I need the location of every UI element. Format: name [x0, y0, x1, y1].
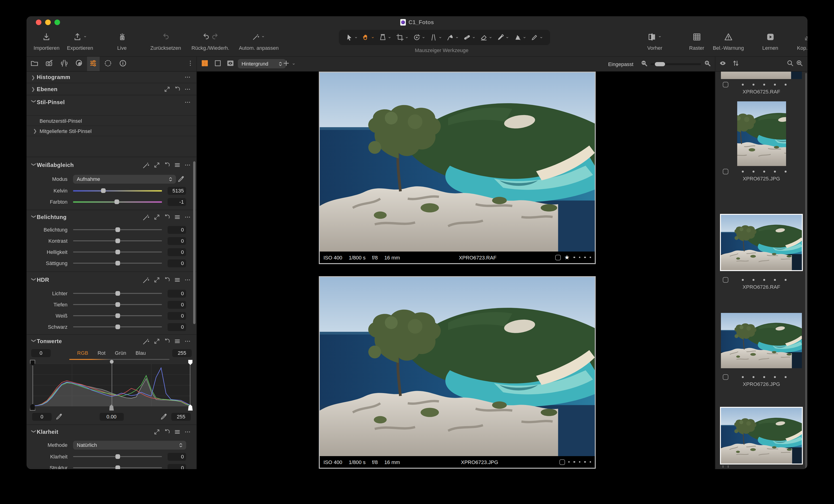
levels-output-low[interactable]: 0 [32, 413, 52, 420]
slider-track[interactable] [73, 263, 162, 264]
slider-track[interactable] [73, 201, 162, 203]
tab-library[interactable] [30, 59, 39, 69]
more-icon[interactable] [184, 277, 191, 283]
levels-input-high[interactable]: 255 [172, 349, 192, 357]
before-after-button[interactable]: Vorher [648, 29, 662, 51]
loupe-tool[interactable] [379, 33, 392, 41]
sort-icon[interactable] [732, 59, 740, 69]
more-icon[interactable] [184, 74, 191, 81]
browser-item[interactable]: XPRO6726.JPG [721, 313, 802, 388]
slider-value[interactable]: 5135 [168, 187, 186, 194]
rating-dots[interactable] [728, 84, 800, 86]
auto-wand-icon[interactable] [142, 337, 150, 345]
expand-chevron-icon[interactable]: ❯ [31, 214, 37, 220]
tab-refine[interactable] [104, 59, 112, 69]
straighten-tool[interactable] [430, 33, 443, 41]
exposure-header[interactable]: ❯ Belichtung [26, 210, 196, 224]
preset-menu-icon[interactable] [174, 277, 181, 283]
star-icon[interactable]: ★ [564, 254, 570, 260]
white-balance-header[interactable]: ❯ Weißabgleich [26, 157, 196, 173]
auto-adjust-button[interactable]: Autom. anpassen [239, 29, 279, 51]
slider-handle[interactable] [115, 291, 120, 296]
rating-dot-icon[interactable] [785, 171, 786, 173]
browser-item[interactable]: XPRO6725.JPG [721, 101, 802, 182]
copy-apply-button[interactable]: Kop./Zuw. [797, 29, 808, 51]
slider-handle[interactable] [115, 465, 120, 469]
slider-value[interactable]: 0 [168, 259, 186, 267]
pick-checkbox[interactable] [555, 255, 561, 260]
slider-handle[interactable] [115, 238, 120, 243]
slider-value[interactable]: -1 [168, 198, 186, 206]
rating-dot-icon[interactable] [785, 84, 786, 86]
rating-dots[interactable] [728, 171, 800, 173]
zoom-out-icon[interactable] [640, 59, 648, 69]
slider-handle[interactable] [115, 313, 120, 318]
zoom-slider-handle[interactable] [655, 62, 665, 66]
expand-icon[interactable] [154, 429, 160, 435]
wb-picker-icon[interactable] [176, 175, 186, 183]
rating-dot-icon[interactable] [584, 257, 586, 258]
slider-handle[interactable] [115, 261, 120, 266]
draw-mask-tool[interactable] [497, 33, 510, 41]
more-icon[interactable] [184, 99, 191, 105]
tab-green[interactable]: Grün [115, 350, 126, 356]
import-button[interactable]: Importieren [34, 29, 59, 51]
heal-tool[interactable] [463, 33, 476, 41]
brush-tool[interactable] [446, 33, 459, 41]
proof-view-icon[interactable] [226, 59, 234, 69]
slider-track[interactable] [73, 326, 162, 327]
slider-value[interactable]: 0 [168, 312, 186, 320]
slider-value[interactable]: 0 [168, 301, 186, 308]
slider-handle[interactable] [101, 188, 106, 193]
search-icon[interactable] [786, 59, 794, 69]
slider-track[interactable] [73, 240, 162, 241]
expand-chevron-icon[interactable]: ❯ [31, 277, 37, 283]
browser-item-selected[interactable]: XPRO6726.RAF [721, 215, 802, 291]
more-icon[interactable] [184, 214, 191, 221]
preset-menu-icon[interactable] [174, 429, 181, 435]
zoom-slider[interactable] [651, 63, 701, 65]
slider-track[interactable] [73, 229, 162, 230]
auto-wand-icon[interactable] [142, 213, 150, 221]
star-rating[interactable] [568, 461, 591, 463]
browser-scrollbar[interactable] [805, 73, 807, 469]
rotate-tool[interactable] [413, 33, 425, 41]
levels-input-low[interactable]: 0 [31, 349, 51, 357]
rating-dot-icon[interactable] [573, 257, 575, 258]
grid-button[interactable]: Raster [689, 29, 704, 51]
pick-checkbox[interactable] [723, 374, 728, 380]
expand-icon[interactable] [154, 277, 160, 283]
rating-dot-icon[interactable] [579, 257, 580, 258]
pan-tool[interactable] [362, 33, 375, 41]
viewer-image-secondary[interactable]: ISO 400 1/800 s f/8 16 mm XPRO6723.JPG [319, 276, 596, 469]
mask-pen-tool[interactable] [530, 33, 543, 41]
more-icon[interactable] [184, 162, 191, 168]
fill-mask-tool[interactable] [513, 33, 527, 41]
rating-dot-icon[interactable] [753, 279, 754, 281]
style-brush-group[interactable]: ❯ Mitgelieferte Stil-Pinsel [26, 125, 196, 136]
rating-dot-icon[interactable] [742, 171, 744, 173]
auto-wand-icon[interactable] [142, 276, 150, 284]
learn-button[interactable]: Lernen [762, 29, 778, 51]
viewer-canvas[interactable]: ISO 400 1/800 s f/8 16 mm XPRO6723.RAF ★ [197, 72, 715, 469]
levels-gamma[interactable]: 0.00 [100, 413, 124, 420]
rating-dot-icon[interactable] [763, 376, 765, 378]
tab-info[interactable] [119, 59, 127, 69]
add-tool-icon[interactable] [283, 60, 290, 68]
slider-value[interactable]: 0 [168, 248, 186, 256]
expand-chevron-icon[interactable]: ❯ [31, 339, 37, 344]
photo-xpro6723-jpg[interactable] [320, 277, 595, 456]
slider-handle[interactable] [115, 227, 120, 232]
expand-icon[interactable] [154, 214, 160, 221]
style-brush-item[interactable]: Benutzerstil-Pinsel [26, 115, 196, 125]
thumbnail-partial-selected[interactable] [721, 408, 802, 463]
panel-scrollbar[interactable] [193, 161, 196, 324]
expand-chevron-icon[interactable]: ❯ [31, 162, 37, 168]
thumbnail[interactable] [721, 313, 802, 368]
rating-dot-icon[interactable] [774, 84, 775, 86]
expand-chevron-icon[interactable]: ❯ [31, 99, 37, 105]
slider-value[interactable]: 0 [168, 323, 186, 331]
clarity-header[interactable]: ❯ Klarheit [26, 425, 196, 439]
black-picker-icon[interactable] [56, 413, 63, 420]
tab-adjust[interactable] [89, 59, 97, 69]
